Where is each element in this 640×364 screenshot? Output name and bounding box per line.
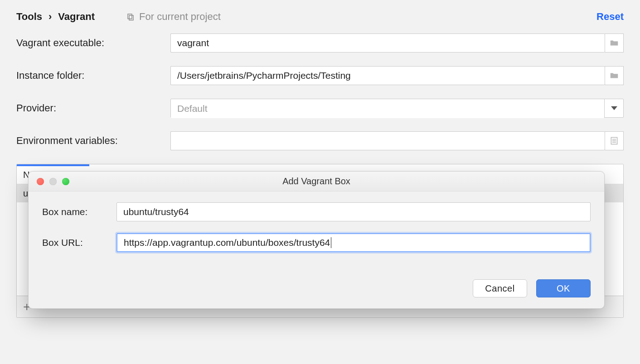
minimize-window-button: [49, 178, 57, 185]
box-url-value: https://app.vagrantup.com/ubuntu/boxes/t…: [124, 237, 330, 248]
dialog-body: Box name: ubuntu/trusty64 Box URL: https…: [29, 192, 604, 268]
dialog-titlebar: Add Vagrant Box: [29, 172, 604, 192]
svg-rect-1: [129, 15, 133, 20]
box-name-input[interactable]: ubuntu/trusty64: [116, 202, 591, 221]
env-vars-expand-button[interactable]: [605, 131, 624, 150]
instance-folder-label: Instance folder:: [16, 70, 170, 81]
text-caret: [331, 237, 331, 248]
executable-field-wrap: vagrant: [170, 34, 624, 53]
settings-form: Vagrant executable: vagrant Instance fol…: [0, 34, 640, 150]
row-provider: Provider: Default: [16, 99, 624, 118]
close-window-button[interactable]: [37, 178, 44, 185]
provider-label: Provider:: [16, 102, 170, 114]
chevron-down-icon: [611, 105, 617, 111]
provider-dropdown-arrow[interactable]: [604, 99, 623, 117]
instance-folder-field-wrap: /Users/jetbrains/PycharmProjects/Testing: [170, 66, 624, 85]
row-env-vars: Environment variables:: [16, 131, 624, 150]
executable-browse-button[interactable]: [605, 34, 624, 53]
dialog-buttons: Cancel OK: [29, 268, 604, 308]
row-box-name: Box name: ubuntu/trusty64: [42, 202, 591, 221]
folder-icon: [609, 71, 619, 81]
cancel-button[interactable]: Cancel: [473, 279, 527, 297]
executable-label: Vagrant executable:: [16, 37, 170, 49]
traffic-lights: [37, 178, 69, 185]
box-name-label: Box name:: [42, 206, 116, 217]
scope-note: For current project: [126, 11, 221, 23]
breadcrumb-current: Vagrant: [58, 11, 95, 23]
breadcrumb-root[interactable]: Tools: [16, 11, 42, 23]
ok-button[interactable]: OK: [536, 279, 591, 297]
table-row-cell: u: [23, 188, 28, 199]
instance-folder-browse-button[interactable]: [605, 66, 624, 85]
dialog-title: Add Vagrant Box: [29, 176, 604, 187]
env-vars-label: Environment variables:: [16, 135, 170, 147]
reset-link[interactable]: Reset: [596, 11, 624, 23]
box-url-label: Box URL:: [42, 237, 116, 248]
env-vars-field-wrap: [170, 131, 624, 150]
provider-combo[interactable]: Default: [170, 99, 624, 118]
provider-value: Default: [171, 99, 604, 118]
svg-rect-0: [128, 14, 132, 19]
executable-input[interactable]: vagrant: [170, 34, 605, 53]
add-vagrant-box-dialog: Add Vagrant Box Box name: ubuntu/trusty6…: [28, 171, 605, 309]
instance-folder-input[interactable]: /Users/jetbrains/PycharmProjects/Testing: [170, 66, 605, 85]
list-icon: [610, 136, 619, 145]
box-url-input[interactable]: https://app.vagrantup.com/ubuntu/boxes/t…: [116, 233, 591, 252]
folder-icon: [609, 38, 619, 48]
row-box-url: Box URL: https://app.vagrantup.com/ubunt…: [42, 233, 591, 252]
breadcrumb: Tools › Vagrant For current project Rese…: [0, 0, 640, 34]
breadcrumb-separator: ›: [48, 11, 52, 23]
scope-note-label: For current project: [139, 11, 221, 23]
copy-icon: [126, 13, 135, 21]
row-executable: Vagrant executable: vagrant: [16, 34, 624, 53]
zoom-window-button[interactable]: [62, 178, 69, 185]
env-vars-input[interactable]: [170, 131, 605, 150]
row-instance-folder: Instance folder: /Users/jetbrains/Pychar…: [16, 66, 624, 85]
